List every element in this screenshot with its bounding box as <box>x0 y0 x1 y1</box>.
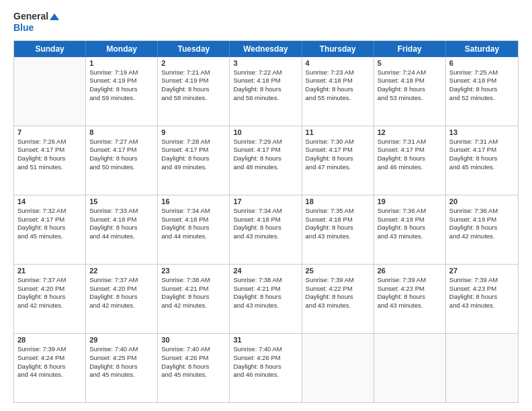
cell-line: Sunrise: 7:33 AM <box>89 207 154 216</box>
cell-line: and 43 minutes. <box>449 302 515 310</box>
cell-line: Daylight: 8 hours <box>89 224 154 232</box>
calendar-row: 14Sunrise: 7:32 AMSunset: 4:17 PMDayligh… <box>14 195 518 265</box>
calendar-cell: 26Sunrise: 7:39 AMSunset: 4:23 PMDayligh… <box>374 265 446 333</box>
cell-line: Sunrise: 7:29 AM <box>233 138 298 146</box>
day-number: 6 <box>449 59 515 67</box>
calendar-cell: 30Sunrise: 7:40 AMSunset: 4:26 PMDayligh… <box>158 334 230 402</box>
calendar-cell: 29Sunrise: 7:40 AMSunset: 4:25 PMDayligh… <box>86 334 158 402</box>
cell-line: Daylight: 8 hours <box>306 224 370 232</box>
cell-line: Sunrise: 7:39 AM <box>306 276 370 285</box>
cell-line: and 50 minutes. <box>89 163 154 172</box>
cell-line: Daylight: 8 hours <box>89 363 154 371</box>
calendar-cell: 8Sunrise: 7:27 AMSunset: 4:17 PMDaylight… <box>86 126 158 195</box>
weekday-header: Wednesday <box>230 41 302 57</box>
cell-line: Daylight: 8 hours <box>233 293 298 302</box>
day-number: 21 <box>17 267 82 275</box>
cell-line: Daylight: 8 hours <box>161 363 226 371</box>
calendar-header: SundayMondayTuesdayWednesdayThursdayFrid… <box>14 41 518 57</box>
cell-line: and 55 minutes. <box>306 94 370 103</box>
day-number: 17 <box>233 197 298 205</box>
cell-line: Daylight: 8 hours <box>17 293 82 302</box>
cell-line: and 44 minutes. <box>17 371 82 379</box>
weekday-header: Tuesday <box>158 41 230 57</box>
cell-line: Daylight: 8 hours <box>306 154 370 163</box>
cell-line: Daylight: 8 hours <box>378 154 442 163</box>
cell-line: Sunrise: 7:39 AM <box>17 345 82 354</box>
cell-line: and 42 minutes. <box>89 302 154 310</box>
calendar-cell: 2Sunrise: 7:21 AMSunset: 4:19 PMDaylight… <box>158 57 230 126</box>
cell-line: Sunset: 4:26 PM <box>161 354 226 363</box>
cell-line: and 46 minutes. <box>233 371 298 379</box>
weekday-header: Monday <box>86 41 158 57</box>
calendar-cell: 15Sunrise: 7:33 AMSunset: 4:18 PMDayligh… <box>86 195 158 264</box>
calendar-cell: 11Sunrise: 7:30 AMSunset: 4:17 PMDayligh… <box>302 126 374 195</box>
cell-line: and 42 minutes. <box>449 232 515 241</box>
calendar-cell: 27Sunrise: 7:39 AMSunset: 4:23 PMDayligh… <box>446 265 518 333</box>
calendar-cell: 12Sunrise: 7:31 AMSunset: 4:17 PMDayligh… <box>374 126 446 195</box>
cell-line: Daylight: 8 hours <box>378 293 442 302</box>
day-number: 13 <box>449 128 515 136</box>
cell-line: Sunrise: 7:32 AM <box>17 207 82 216</box>
logo-blue: Blue <box>13 22 59 34</box>
cell-line: Daylight: 8 hours <box>449 85 515 94</box>
cell-line: Sunrise: 7:28 AM <box>161 138 226 146</box>
cell-line: and 45 minutes. <box>89 371 154 379</box>
cell-line: Sunrise: 7:34 AM <box>233 207 298 216</box>
cell-line: Sunset: 4:26 PM <box>233 354 298 363</box>
day-number: 8 <box>89 128 154 136</box>
day-number: 26 <box>378 267 442 275</box>
cell-line: and 43 minutes. <box>233 302 298 310</box>
cell-line: Daylight: 8 hours <box>161 224 226 232</box>
cell-line: Sunrise: 7:21 AM <box>161 68 226 77</box>
calendar-cell <box>14 57 86 126</box>
day-number: 11 <box>306 128 370 136</box>
day-number: 14 <box>17 197 82 205</box>
cell-line: Sunrise: 7:39 AM <box>378 276 442 285</box>
calendar-cell: 7Sunrise: 7:26 AMSunset: 4:17 PMDaylight… <box>14 126 86 195</box>
day-number: 28 <box>17 336 82 344</box>
calendar-cell: 14Sunrise: 7:32 AMSunset: 4:17 PMDayligh… <box>14 195 86 264</box>
calendar-cell: 1Sunrise: 7:19 AMSunset: 4:19 PMDaylight… <box>86 57 158 126</box>
cell-line: Sunrise: 7:23 AM <box>306 68 370 77</box>
calendar-body: 1Sunrise: 7:19 AMSunset: 4:19 PMDaylight… <box>14 57 518 402</box>
cell-line: Sunset: 4:19 PM <box>378 216 442 224</box>
calendar-cell: 5Sunrise: 7:24 AMSunset: 4:18 PMDaylight… <box>374 57 446 126</box>
cell-line: and 53 minutes. <box>378 94 442 103</box>
day-number: 9 <box>161 128 226 136</box>
cell-line: Sunrise: 7:38 AM <box>233 276 298 285</box>
cell-line: Sunset: 4:19 PM <box>89 77 154 85</box>
cell-line: and 43 minutes. <box>306 302 370 310</box>
calendar-cell <box>302 334 374 402</box>
cell-line: Sunset: 4:18 PM <box>89 216 154 224</box>
cell-line: Daylight: 8 hours <box>161 154 226 163</box>
cell-line: Daylight: 8 hours <box>233 224 298 232</box>
cell-line: and 45 minutes. <box>161 371 226 379</box>
day-number: 2 <box>161 59 226 67</box>
cell-line: Sunset: 4:22 PM <box>306 285 370 293</box>
cell-line: Sunset: 4:18 PM <box>306 77 370 85</box>
cell-line: and 46 minutes. <box>378 163 442 172</box>
cell-line: Daylight: 8 hours <box>306 85 370 94</box>
cell-line: Sunrise: 7:31 AM <box>449 138 515 146</box>
cell-line: Sunset: 4:19 PM <box>161 77 226 85</box>
calendar-cell: 6Sunrise: 7:25 AMSunset: 4:18 PMDaylight… <box>446 57 518 126</box>
cell-line: and 45 minutes. <box>449 163 515 172</box>
cell-line: Sunset: 4:17 PM <box>89 146 154 154</box>
day-number: 29 <box>89 336 154 344</box>
day-number: 12 <box>378 128 442 136</box>
cell-line: and 44 minutes. <box>161 232 226 241</box>
cell-line: and 43 minutes. <box>378 302 442 310</box>
calendar-cell: 17Sunrise: 7:34 AMSunset: 4:18 PMDayligh… <box>230 195 302 264</box>
cell-line: Daylight: 8 hours <box>89 85 154 94</box>
cell-line: Daylight: 8 hours <box>449 154 515 163</box>
cell-line: Daylight: 8 hours <box>17 224 82 232</box>
cell-line: Sunset: 4:19 PM <box>449 216 515 224</box>
calendar-row: 7Sunrise: 7:26 AMSunset: 4:17 PMDaylight… <box>14 126 518 195</box>
cell-line: and 51 minutes. <box>17 163 82 172</box>
cell-line: Sunset: 4:18 PM <box>449 77 515 85</box>
cell-line: Sunset: 4:23 PM <box>378 285 442 293</box>
cell-line: Sunset: 4:17 PM <box>17 146 82 154</box>
cell-line: Sunset: 4:17 PM <box>233 146 298 154</box>
day-number: 3 <box>233 59 298 67</box>
day-number: 22 <box>89 267 154 275</box>
